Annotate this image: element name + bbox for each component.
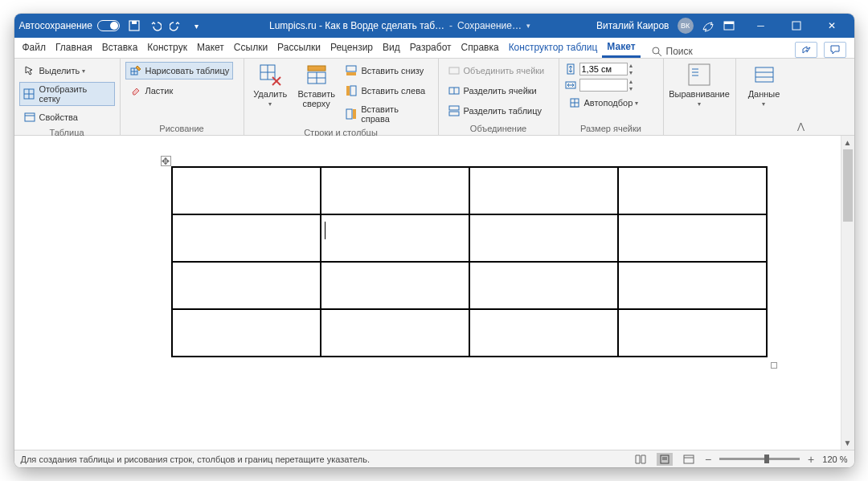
table-move-handle[interactable]: ✥ (161, 156, 171, 166)
search-box[interactable]: Поиск (650, 45, 693, 58)
document-table[interactable] (171, 166, 768, 357)
tab-mailings[interactable]: Рассылки (272, 37, 326, 58)
draw-table-label: Нарисовать таблицу (145, 66, 230, 75)
eraser-label: Ластик (145, 86, 174, 96)
height-icon (564, 63, 577, 75)
title-center: Lumpics.ru - Как в Ворде сделать таб… - … (203, 20, 596, 31)
zoom-out-button[interactable]: − (705, 453, 711, 466)
autosave-toggle[interactable] (97, 20, 120, 31)
comments-button[interactable] (824, 42, 846, 58)
table-row[interactable] (172, 262, 767, 309)
split-cells-button[interactable]: Разделить ячейки (444, 82, 549, 100)
collapse-ribbon-icon[interactable]: ⋀ (792, 59, 810, 135)
maximize-button[interactable] (779, 14, 814, 38)
vertical-scrollbar[interactable]: ▲ ▼ (841, 136, 854, 450)
insert-above-button[interactable]: Вставить сверху (295, 62, 338, 108)
share-button[interactable] (795, 42, 817, 58)
split-label: Разделить ячейки (464, 86, 537, 96)
tab-table-design[interactable]: Конструктор таблиц (504, 37, 603, 58)
tab-view[interactable]: Вид (378, 37, 405, 58)
tab-home[interactable]: Главная (51, 37, 97, 58)
scroll-down-icon[interactable]: ▼ (841, 436, 854, 450)
tab-references[interactable]: Ссылки (229, 37, 272, 58)
height-spinner-up[interactable]: ▴ (629, 62, 633, 69)
svg-rect-28 (346, 109, 352, 119)
alignment-button[interactable]: Выравнивание▾ (678, 62, 721, 108)
height-spinner-down[interactable]: ▾ (629, 69, 633, 76)
tab-file[interactable]: Файл (18, 37, 51, 58)
undo-icon[interactable] (149, 19, 162, 32)
close-button[interactable]: ✕ (814, 14, 850, 38)
table-row[interactable] (172, 214, 767, 262)
qat-more-icon[interactable]: ▾ (190, 19, 203, 32)
group-rows-cols: Удалить▾ Вставить сверху Вставить снизу (244, 59, 439, 135)
document-area: ✥ ▲ ▼ (14, 136, 854, 450)
autosave-label: Автосохранение (19, 20, 92, 31)
svg-rect-26 (350, 86, 356, 96)
col-width-control[interactable]: ▴▾ (564, 78, 643, 92)
web-layout-icon[interactable] (681, 453, 697, 466)
tab-developer[interactable]: Разработ (405, 37, 457, 58)
width-spinner-down[interactable]: ▾ (629, 85, 633, 92)
cursor-icon (23, 64, 36, 77)
save-icon[interactable] (128, 19, 141, 32)
svg-rect-30 (449, 67, 459, 74)
delete-button[interactable]: Удалить▾ (249, 62, 292, 108)
zoom-value[interactable]: 120 % (822, 455, 847, 464)
pencil-table-icon (129, 64, 142, 77)
select-label: Выделить (39, 66, 80, 75)
tab-design[interactable]: Конструк (142, 37, 192, 58)
gridlines-button[interactable]: Отобразить сетку (19, 82, 115, 106)
width-input[interactable] (579, 79, 628, 92)
text-cursor (325, 222, 326, 239)
read-mode-icon[interactable] (633, 453, 649, 466)
svg-rect-33 (449, 106, 459, 110)
data-button[interactable]: Данные▾ (743, 62, 786, 108)
coming-soon-icon[interactable] (702, 19, 714, 32)
avatar[interactable]: ВК (678, 18, 694, 34)
scroll-up-icon[interactable]: ▲ (841, 136, 854, 149)
draw-table-button[interactable]: Нарисовать таблицу (125, 62, 234, 79)
zoom-slider[interactable] (719, 458, 800, 460)
tab-table-layout[interactable]: Макет (602, 37, 640, 58)
row-height-control[interactable]: ▴▾ (564, 62, 643, 76)
svg-rect-29 (353, 109, 356, 119)
properties-button[interactable]: Свойства (19, 108, 115, 126)
table-row[interactable] (172, 309, 767, 357)
split-table-button[interactable]: Разделить таблицу (444, 102, 549, 120)
page[interactable]: ✥ (59, 136, 822, 450)
width-spinner-up[interactable]: ▴ (629, 78, 633, 85)
zoom-in-button[interactable]: + (808, 453, 814, 466)
svg-rect-3 (724, 22, 734, 24)
scroll-thumb[interactable] (843, 149, 853, 222)
group-data: Данные▾ (736, 59, 792, 135)
insert-below-button[interactable]: Вставить снизу (341, 62, 432, 79)
merge-cells-button[interactable]: Объединить ячейки (444, 62, 549, 79)
svg-rect-25 (346, 72, 356, 75)
table-resize-handle[interactable] (771, 362, 777, 369)
minimize-button[interactable]: ─ (743, 14, 779, 38)
height-input[interactable] (579, 63, 628, 75)
tab-layout[interactable]: Макет (192, 37, 229, 58)
tab-insert[interactable]: Вставка (97, 37, 143, 58)
redo-icon[interactable] (170, 19, 182, 32)
group-draw: Нарисовать таблицу Ластик Рисование (121, 59, 244, 135)
grid-icon (23, 88, 36, 100)
group-alignment: Выравнивание▾ (664, 59, 736, 135)
tab-review[interactable]: Рецензир (326, 37, 378, 58)
print-layout-icon[interactable] (657, 453, 673, 466)
insert-left-button[interactable]: Вставить слева (341, 82, 432, 100)
tab-help[interactable]: Справка (457, 37, 504, 58)
eraser-button[interactable]: Ластик (125, 82, 234, 100)
quick-access-toolbar: ▾ (128, 19, 203, 32)
svg-rect-10 (25, 113, 35, 121)
insert-right-button[interactable]: Вставить справа (341, 102, 432, 126)
autosave-control[interactable]: Автосохранение (19, 20, 120, 31)
ribbon-display-icon[interactable] (723, 19, 735, 32)
table-row[interactable] (172, 167, 767, 214)
split-icon (448, 84, 461, 97)
select-button[interactable]: Выделить▾ (19, 62, 115, 79)
svg-rect-44 (755, 67, 773, 82)
group-merge: Объединить ячейки Разделить ячейки Разде… (439, 59, 559, 135)
autofit-button[interactable]: Автоподбор▾ (564, 94, 643, 112)
